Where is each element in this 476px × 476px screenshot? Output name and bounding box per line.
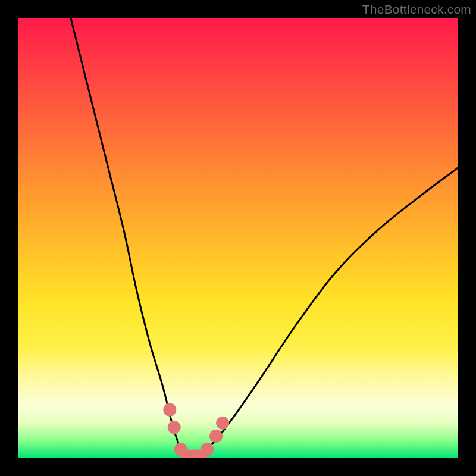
curve-marker (216, 416, 229, 430)
bottleneck-curve (71, 18, 458, 458)
plot-area (18, 18, 458, 458)
curve-svg (18, 18, 458, 458)
curve-marker (201, 443, 214, 456)
curve-marker (163, 403, 176, 416)
chart-frame: TheBottleneck.com (0, 0, 476, 476)
curve-marker (168, 421, 181, 434)
watermark-text: TheBottleneck.com (362, 2, 471, 17)
curve-marker (209, 430, 223, 443)
marker-group (163, 403, 229, 458)
